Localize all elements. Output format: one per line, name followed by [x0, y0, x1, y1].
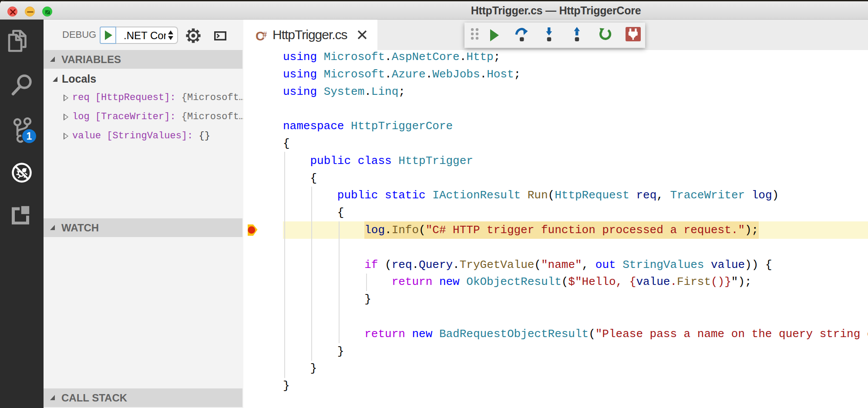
- svg-text:1: 1: [27, 130, 32, 142]
